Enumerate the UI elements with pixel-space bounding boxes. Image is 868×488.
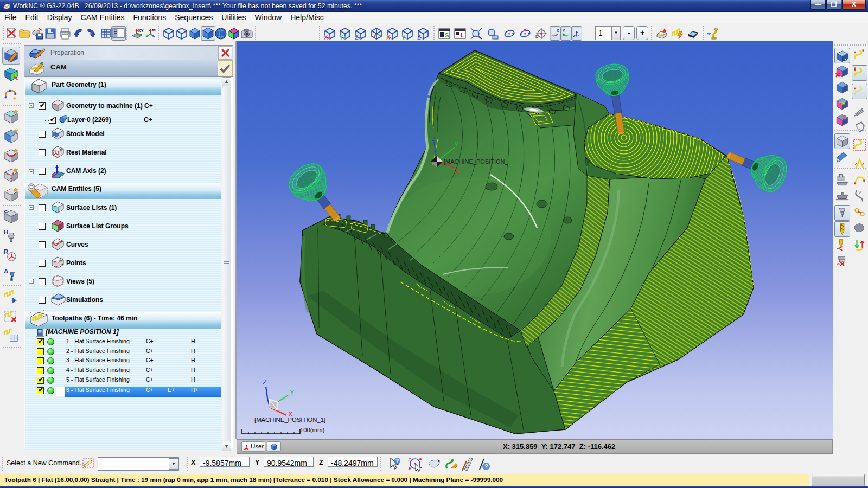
svg-text:S: S: [445, 32, 449, 38]
svg-text:100(mm): 100(mm): [300, 427, 324, 433]
svg-text:X: X: [557, 29, 559, 33]
svg-text:Z: Z: [263, 378, 267, 386]
svg-text:L: L: [461, 32, 464, 38]
svg-text:A: A: [4, 267, 9, 274]
svg-text:Y: Y: [290, 388, 295, 396]
svg-text:H: H: [4, 228, 8, 235]
svg-text:R: R: [4, 248, 9, 255]
svg-text:[MACHINE_POSITION_1]: [MACHINE_POSITION_1]: [254, 416, 326, 423]
svg-text:Y: Y: [563, 29, 565, 33]
svg-text:XY: XY: [138, 28, 144, 33]
svg-text:?: ?: [484, 463, 488, 470]
svg-text:Y-: Y-: [401, 34, 407, 40]
svg-text:X: X: [456, 169, 459, 175]
svg-text:Z: Z: [432, 136, 435, 142]
svg-text:Y+: Y+: [339, 34, 347, 40]
svg-text:M: M: [152, 28, 156, 33]
svg-text:[MACHINE_POSITION_: [MACHINE_POSITION_: [444, 158, 508, 165]
svg-text:X-: X-: [386, 34, 392, 40]
svg-text:Z+: Z+: [355, 34, 362, 40]
svg-text:X+: X+: [324, 34, 331, 40]
svg-text:Z-: Z-: [417, 34, 423, 40]
svg-text:Z: Z: [573, 34, 575, 37]
svg-text:Y: Y: [455, 142, 458, 147]
svg-text:D: D: [535, 35, 538, 38]
svg-text:?: ?: [395, 458, 399, 464]
